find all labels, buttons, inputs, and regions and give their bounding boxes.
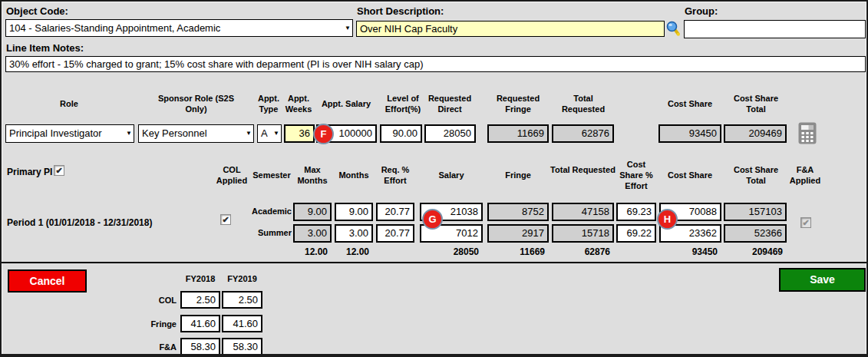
fa-applied-checkbox: ✔ — [800, 217, 811, 228]
annotation-marker-g: G — [422, 209, 443, 230]
academic-fringe: 8752 — [487, 203, 549, 221]
appt-type-header: Appt. Type — [253, 93, 284, 114]
line-item-notes-input[interactable]: 30% effort - 15% charged to grant; 15% c… — [5, 56, 866, 72]
level-of-effort-input[interactable]: 90.00 — [380, 124, 422, 143]
total-months: 12.00 — [335, 246, 373, 257]
total-total-requested: 62876 — [552, 246, 614, 257]
col-applied-checkbox[interactable]: ✔ — [220, 214, 231, 225]
requested-fringe-header: Requested Fringe — [491, 93, 545, 114]
academic-months-input[interactable]: 9.00 — [335, 203, 373, 221]
object-code-value: 104 - Salaries-Standing Appointment, Aca… — [9, 20, 220, 37]
search-icon[interactable] — [666, 21, 681, 37]
summer-req-effort-input[interactable]: 20.77 — [376, 224, 414, 243]
fa-rate-fy2019-input[interactable]: 58.30 — [222, 338, 262, 355]
fringe-header: Fringe — [487, 170, 549, 180]
total-max-months: 12.00 — [293, 246, 332, 257]
summer-max-months: 3.00 — [293, 224, 332, 243]
appt-weeks-header: Appt. Weeks — [280, 93, 317, 114]
appt-type-select[interactable]: A ▼ — [257, 124, 282, 143]
cancel-button[interactable]: Cancel — [8, 269, 87, 293]
group-label: Group: — [685, 5, 718, 17]
appt-weeks-input[interactable]: 36 — [284, 124, 315, 143]
summer-cost-share-total: 52366 — [724, 224, 787, 243]
req-effort-header: Req. % Effort — [375, 164, 415, 186]
sponsor-role-value: Key Personnel — [142, 125, 207, 142]
cost-share-total-readonly: 209469 — [724, 124, 787, 143]
role-value: Principal Investigator — [9, 125, 102, 142]
check-icon: ✔ — [802, 218, 809, 227]
fa-rate-fy2018-input[interactable]: 58.30 — [180, 338, 220, 355]
object-code-select[interactable]: 104 - Salaries-Standing Appointment, Aca… — [5, 19, 353, 37]
semester-summer-label: Summer — [244, 227, 292, 238]
col-rate-fy2018-input[interactable]: 2.50 — [180, 291, 220, 309]
primary-pi-label: Primary PI — [7, 167, 52, 178]
fringe-rate-fy2018-input[interactable]: 41.60 — [180, 315, 220, 332]
academic-req-effort-input[interactable]: 20.77 — [376, 203, 414, 221]
max-months-header: Max Months — [292, 164, 332, 186]
semester-academic-label: Academic — [244, 206, 292, 217]
level-of-effort-header: Level of Effort(%) — [380, 93, 426, 114]
semester-header: Semester — [247, 170, 296, 180]
budget-line-item-panel: Object Code: 104 - Salaries-Standing App… — [0, 0, 868, 357]
section-divider — [2, 262, 866, 263]
requested-direct-input[interactable]: 28050 — [424, 124, 476, 143]
fy2018-header: FY2018 — [180, 273, 220, 284]
sponsor-role-select[interactable]: Key Personnel ▼ — [138, 124, 254, 143]
check-icon: ✔ — [55, 166, 62, 175]
cost-share-total-header: Cost Share Total — [728, 93, 784, 114]
role-select[interactable]: Principal Investigator ▼ — [5, 124, 134, 143]
fy2019-header: FY2019 — [222, 273, 262, 284]
total-requested-readonly: 62876 — [552, 124, 614, 143]
salary-header: Salary — [420, 170, 483, 180]
short-description-input[interactable]: Over NIH Cap Faculty — [356, 21, 665, 37]
group-input[interactable] — [684, 20, 866, 38]
sponsor-role-header: Sponsor Role (S2S Only) — [152, 93, 240, 114]
object-code-label: Object Code: — [6, 5, 68, 17]
chevron-down-icon: ▼ — [273, 125, 279, 142]
academic-max-months: 9.00 — [293, 203, 332, 221]
cost-share2-header: Cost Share — [656, 170, 724, 180]
annotation-marker-h: H — [657, 209, 678, 230]
annotation-marker-f: F — [313, 124, 334, 144]
academic-cost-share-effort-input[interactable]: 69.23 — [616, 203, 656, 221]
requested-direct-header: Requested Direct — [424, 93, 476, 114]
total-cost-share-total: 209469 — [724, 246, 787, 257]
academic-total-requested: 47158 — [552, 203, 614, 221]
role-header: Role — [9, 98, 129, 109]
cost-share-readonly: 93450 — [658, 124, 721, 143]
chevron-down-icon: ▼ — [345, 20, 351, 37]
total-salary: 28050 — [420, 246, 483, 257]
chevron-down-icon: ▼ — [246, 125, 252, 142]
summer-fringe: 2917 — [487, 224, 549, 243]
fringe-rate-label: Fringe — [107, 319, 177, 329]
short-description-label: Short Description: — [357, 5, 444, 17]
primary-pi-checkbox[interactable]: ✔ — [54, 165, 64, 176]
chevron-down-icon: ▼ — [126, 125, 132, 142]
save-button[interactable]: Save — [779, 268, 866, 292]
cost-share-effort-header: Cost Share % Effort — [615, 159, 658, 191]
fa-rate-label: F&A — [107, 342, 177, 352]
appt-type-value: A — [261, 125, 268, 142]
fa-applied-header: F&A Applied — [782, 164, 828, 186]
cost-share-header: Cost Share — [658, 98, 721, 109]
calculator-icon[interactable] — [798, 122, 817, 144]
check-icon: ✔ — [222, 215, 229, 224]
fringe-rate-fy2019-input[interactable]: 41.60 — [222, 315, 262, 332]
summer-months-input[interactable]: 3.00 — [335, 224, 373, 243]
period-label: Period 1 (01/01/2018 - 12/31/2018) — [7, 217, 152, 229]
cost-share-total2-header: Cost Share Total — [728, 164, 784, 186]
total-cost-share: 93450 — [659, 246, 721, 257]
appt-salary-header: Appt. Salary — [314, 98, 378, 109]
line-item-notes-label: Line Item Notes: — [6, 42, 84, 54]
col-rate-fy2019-input[interactable]: 2.50 — [222, 291, 262, 309]
summer-cost-share-effort-input[interactable]: 69.22 — [616, 224, 656, 243]
summer-total-requested: 15718 — [552, 224, 614, 243]
total-fringe: 11669 — [487, 246, 549, 257]
total-requested2-header: Total Requested — [550, 164, 616, 175]
academic-cost-share-total: 157103 — [724, 203, 787, 221]
months-header: Months — [333, 170, 375, 180]
total-requested-header: Total Requested — [555, 93, 612, 114]
col-rate-label: COL — [107, 295, 177, 306]
requested-fringe-readonly: 11669 — [487, 124, 549, 143]
